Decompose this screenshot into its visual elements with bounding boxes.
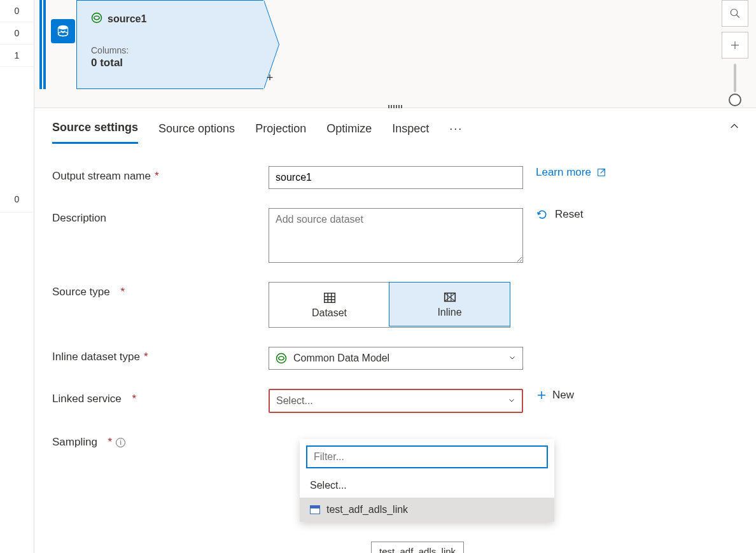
stream-marker	[39, 0, 42, 89]
row-number-gutter: 0 0 1 0	[0, 0, 34, 553]
chevron-down-icon	[508, 395, 515, 407]
tab-inspect[interactable]: Inspect	[392, 118, 429, 143]
new-button[interactable]: New	[536, 389, 574, 402]
plus-icon	[729, 39, 741, 51]
reset-button[interactable]: Reset	[536, 208, 583, 221]
inline-dataset-type-label: Inline dataset type*	[52, 347, 256, 363]
svg-point-2	[92, 13, 102, 23]
source-type-option-inline[interactable]: Inline	[389, 282, 510, 326]
svg-point-3	[731, 9, 738, 16]
panel-tabs: Source settings Source options Projectio…	[52, 117, 738, 144]
tab-source-options[interactable]: Source options	[158, 118, 235, 143]
output-stream-name-input[interactable]	[269, 166, 523, 189]
dropdown-filter-input[interactable]	[306, 445, 548, 468]
output-stream-name-label: Output stream name*	[52, 166, 256, 183]
columns-label: Columns:	[91, 45, 249, 55]
stream-marker	[43, 0, 46, 89]
chevron-down-icon	[508, 353, 516, 364]
add-transformation-button[interactable]: +	[263, 71, 276, 84]
plus-icon	[536, 389, 547, 401]
properties-panel: Source settings Source options Projectio…	[34, 108, 756, 553]
inline-icon	[442, 290, 458, 304]
table-icon	[322, 291, 337, 305]
svg-rect-9	[324, 293, 335, 303]
reset-icon	[536, 208, 549, 221]
tab-optimize[interactable]: Optimize	[326, 118, 372, 143]
source-node[interactable]: source1 Columns: 0 total	[76, 0, 263, 89]
database-icon	[51, 19, 75, 43]
search-icon	[729, 8, 741, 19]
inline-dataset-type-select[interactable]: Common Data Model	[269, 347, 523, 370]
tab-source-settings[interactable]: Source settings	[52, 117, 138, 144]
info-icon[interactable]: i	[116, 438, 125, 447]
svg-line-4	[736, 15, 739, 18]
linked-service-select[interactable]: Select...	[269, 389, 523, 413]
svg-point-15	[277, 354, 286, 363]
zoom-slider-handle[interactable]	[729, 94, 741, 106]
gutter-cell: 0	[0, 0, 34, 22]
external-link-icon	[596, 167, 606, 178]
zoom-in-button[interactable]	[722, 32, 748, 59]
search-button[interactable]	[722, 0, 748, 27]
gutter-cell: 0	[0, 187, 34, 213]
source-type-option-dataset[interactable]: Dataset	[269, 283, 389, 327]
gutter-cell: 1	[0, 45, 34, 67]
source-type-toggle: Dataset Inline	[269, 282, 510, 328]
dataflow-canvas[interactable]: source1 Columns: 0 total +	[34, 0, 756, 108]
source-node-title: source1	[108, 13, 146, 25]
sampling-label: Sampling * i	[52, 432, 256, 449]
dropdown-item-linked-service[interactable]: test_adf_adls_link	[300, 498, 554, 522]
cdm-icon	[276, 353, 287, 364]
linked-service-label: Linked service *	[52, 389, 256, 405]
collapse-panel-button[interactable]	[729, 121, 739, 133]
tab-projection[interactable]: Projection	[255, 118, 306, 143]
zoom-slider-track[interactable]	[734, 64, 736, 92]
chevron-up-icon	[729, 121, 739, 131]
gutter-cell: 0	[0, 22, 34, 45]
storage-icon	[310, 505, 320, 514]
source-type-label: Source type *	[52, 282, 256, 298]
linked-service-dropdown: Select... test_adf_adls_link	[300, 439, 554, 522]
learn-more-link[interactable]: Learn more	[536, 166, 606, 179]
tab-overflow[interactable]: ···	[449, 118, 463, 143]
svg-line-8	[601, 169, 605, 174]
description-textarea[interactable]	[269, 208, 523, 263]
dropdown-item-placeholder[interactable]: Select...	[300, 473, 554, 498]
description-label: Description	[52, 208, 256, 225]
svg-point-0	[59, 25, 68, 30]
tooltip: test_adf_adls_link	[371, 542, 464, 553]
cdm-icon	[91, 12, 102, 26]
columns-count: 0 total	[91, 57, 249, 69]
